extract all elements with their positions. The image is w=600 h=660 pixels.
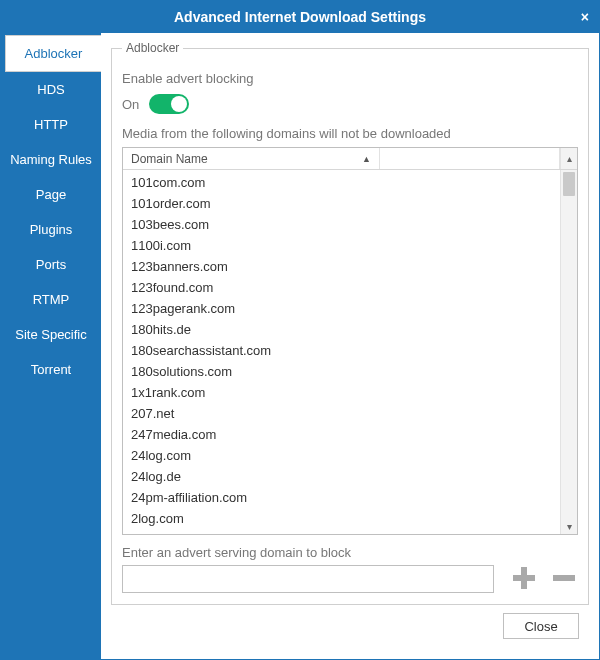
domain-row[interactable]: 24pm-affiliation.com	[123, 487, 560, 508]
window-title: Advanced Internet Download Settings	[174, 9, 426, 25]
domain-input[interactable]	[122, 565, 494, 593]
toggle-state-label: On	[122, 97, 139, 112]
column-spacer	[380, 148, 560, 169]
svg-rect-2	[553, 575, 575, 581]
window-close-icon[interactable]: ×	[581, 10, 589, 24]
domain-row[interactable]: 123banners.com	[123, 256, 560, 277]
domain-row[interactable]: 1x1rank.com	[123, 382, 560, 403]
sort-asc-icon: ▲	[362, 154, 371, 164]
svg-rect-1	[513, 575, 535, 581]
sidebar-item-http[interactable]: HTTP	[1, 107, 101, 142]
sidebar-item-rtmp[interactable]: RTMP	[1, 282, 101, 317]
main-panel: Adblocker Enable advert blocking On Medi…	[101, 33, 599, 659]
add-remove-controls	[510, 564, 578, 594]
sidebar-item-naming-rules[interactable]: Naming Rules	[1, 142, 101, 177]
domain-row[interactable]: 123pagerank.com	[123, 298, 560, 319]
sidebar-item-torrent[interactable]: Torrent	[1, 352, 101, 387]
enable-label: Enable advert blocking	[122, 71, 578, 86]
domain-row[interactable]: 180hits.de	[123, 319, 560, 340]
column-header-label: Domain Name	[131, 152, 208, 166]
domain-row[interactable]: 123found.com	[123, 277, 560, 298]
enable-toggle[interactable]	[149, 94, 189, 114]
close-button[interactable]: Close	[503, 613, 579, 639]
adblocker-panel: Adblocker Enable advert blocking On Medi…	[111, 41, 589, 605]
domain-row[interactable]: 24log.de	[123, 466, 560, 487]
sidebar: AdblockerHDSHTTPNaming RulesPagePluginsP…	[1, 33, 101, 659]
domain-row[interactable]: 101order.com	[123, 193, 560, 214]
plus-icon	[510, 564, 538, 592]
panel-legend: Adblocker	[122, 41, 183, 55]
sidebar-item-adblocker[interactable]: Adblocker	[5, 35, 101, 72]
domain-row[interactable]: 2log.com	[123, 508, 560, 529]
domain-row[interactable]: 24log.com	[123, 445, 560, 466]
domain-list-header: Domain Name ▲ ▴	[123, 148, 577, 170]
footer: Close	[111, 605, 589, 649]
chevron-up-icon: ▴	[564, 154, 574, 164]
domain-row[interactable]: 180solutions.com	[123, 361, 560, 382]
sidebar-item-hds[interactable]: HDS	[1, 72, 101, 107]
domain-row[interactable]: 247media.com	[123, 424, 560, 445]
sidebar-item-plugins[interactable]: Plugins	[1, 212, 101, 247]
titlebar: Advanced Internet Download Settings ×	[1, 1, 599, 33]
domain-row[interactable]: 207.net	[123, 403, 560, 424]
list-body-wrap: 101com.com101order.com103bees.com1100i.c…	[123, 170, 577, 534]
domain-input-row	[122, 564, 578, 594]
sidebar-item-site-specific[interactable]: Site Specific	[1, 317, 101, 352]
chevron-down-icon: ▾	[561, 521, 577, 532]
domain-list: Domain Name ▲ ▴ 101com.com101order.com10…	[122, 147, 578, 535]
sidebar-item-ports[interactable]: Ports	[1, 247, 101, 282]
column-header-domain[interactable]: Domain Name ▲	[123, 148, 380, 169]
domain-row[interactable]: 180searchassistant.com	[123, 340, 560, 361]
domain-input-label: Enter an advert serving domain to block	[122, 545, 578, 560]
toggle-row: On	[122, 94, 578, 114]
scroll-up-button[interactable]: ▴	[560, 148, 577, 169]
window-body: AdblockerHDSHTTPNaming RulesPagePluginsP…	[1, 33, 599, 659]
sidebar-item-page[interactable]: Page	[1, 177, 101, 212]
domain-list-body: 101com.com101order.com103bees.com1100i.c…	[123, 170, 560, 534]
domain-row[interactable]: 101com.com	[123, 172, 560, 193]
minus-icon	[550, 564, 578, 592]
toggle-knob	[171, 96, 187, 112]
domain-list-hint: Media from the following domains will no…	[122, 126, 578, 141]
settings-window: Advanced Internet Download Settings × Ad…	[0, 0, 600, 660]
scrollbar-thumb[interactable]	[563, 172, 575, 196]
remove-domain-button[interactable]	[550, 564, 578, 594]
domain-row[interactable]: 1100i.com	[123, 235, 560, 256]
vertical-scrollbar[interactable]: ▾	[560, 170, 577, 534]
add-domain-button[interactable]	[510, 564, 538, 594]
domain-row[interactable]: 103bees.com	[123, 214, 560, 235]
